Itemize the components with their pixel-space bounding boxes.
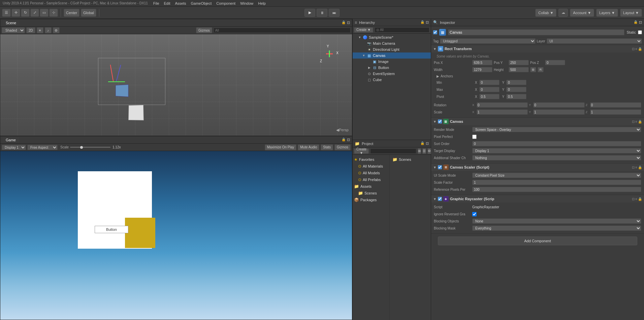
move-tool-button[interactable]: ✛ <box>11 9 20 17</box>
rect-tool-button[interactable]: ▭ <box>40 9 49 17</box>
lighting-toggle[interactable]: ☀ <box>37 27 43 33</box>
collab-dropdown[interactable]: Collab ▼ <box>535 9 556 17</box>
project-all-models[interactable]: ⊙ All Models <box>353 170 389 176</box>
canvas-scaler-lock-icon[interactable]: 🔒 <box>638 166 642 169</box>
hierarchy-create-button[interactable]: Create ▼ <box>354 27 373 33</box>
rect-transform-header[interactable]: ▼ ⊞ Rect Transform ⊡ ≡ 🔒 <box>431 45 644 52</box>
project-filter-btn[interactable]: ⊞ <box>418 148 421 154</box>
hierarchy-item-directional-light[interactable]: ☀ Directional Light <box>353 46 431 52</box>
additional-shader-dropdown[interactable]: Nothing <box>472 155 641 161</box>
project-all-materials[interactable]: ⊙ All Materials <box>353 163 389 170</box>
sort-order-input[interactable] <box>472 141 641 146</box>
rect-transform-overflow-icon[interactable]: ≡ <box>635 47 637 51</box>
blocking-mask-dropdown[interactable]: Everything <box>472 225 641 231</box>
hierarchy-item-main-camera[interactable]: 📷 Main Camera <box>353 40 431 46</box>
project-search-input[interactable] <box>370 148 416 154</box>
hierarchy-scene-root[interactable]: ▼ SampleScene* <box>353 34 431 40</box>
scale-factor-input[interactable] <box>472 180 641 185</box>
graphic-raycaster-checkbox[interactable] <box>438 197 442 201</box>
layout-dropdown[interactable]: Layout ▼ <box>620 9 642 17</box>
hand-tool-button[interactable]: ☰ <box>2 9 11 17</box>
menu-window[interactable]: Window <box>240 1 253 5</box>
height-input[interactable] <box>509 67 529 72</box>
hierarchy-search-input[interactable] <box>375 27 429 33</box>
canvas-scaler-settings-icon[interactable]: ⊡ <box>632 166 635 169</box>
account-dropdown[interactable]: Account ▼ <box>570 9 594 17</box>
canvas-scaler-header[interactable]: ▼ ⊠ Canvas Scaler (Script) ⊡ ≡ 🔒 <box>431 164 644 171</box>
inspector-lock-icon[interactable]: 🔒 <box>634 20 638 25</box>
canvas-component-header[interactable]: ▼ ▦ Canvas ⊡ ≡ 🔒 <box>431 118 644 125</box>
width-input[interactable] <box>472 67 492 72</box>
add-component-button[interactable]: Add Component <box>438 237 637 245</box>
canvas-scaler-checkbox[interactable] <box>438 165 442 169</box>
scene-tab[interactable]: Scene <box>2 20 20 26</box>
mute-audio-btn[interactable]: Mute Audio <box>298 144 319 150</box>
project-maximize-icon[interactable]: ⊡ <box>426 141 429 146</box>
pos-x-input[interactable] <box>472 60 492 65</box>
audio-toggle[interactable]: ♪ <box>45 27 52 33</box>
canvas-comp-lock-icon[interactable]: 🔒 <box>638 120 642 123</box>
hierarchy-lock-icon[interactable]: 🔒 <box>420 20 424 25</box>
pixel-perfect-checkbox[interactable] <box>472 135 477 139</box>
pivot-y-input[interactable] <box>506 94 526 99</box>
project-scenes-folder[interactable]: 📁 Scenes <box>353 190 389 197</box>
canvas-comp-settings-icon[interactable]: ⊡ <box>632 120 635 123</box>
canvas-comp-checkbox[interactable] <box>438 119 442 123</box>
hierarchy-item-button[interactable]: ▶ ⊟ Button <box>353 65 431 71</box>
hierarchy-item-canvas[interactable]: ▼ ▦ Canvas <box>353 52 431 59</box>
shading-mode-dropdown[interactable]: Shaded <box>2 27 25 33</box>
pivot-global-button[interactable]: Global <box>81 9 96 17</box>
scale-slider-track[interactable] <box>70 147 110 148</box>
aspect-dropdown[interactable]: Free Aspect <box>27 145 58 150</box>
reset-rect-btn[interactable]: R <box>538 67 544 72</box>
blocking-objects-dropdown[interactable]: None <box>472 218 641 224</box>
project-favorites-section[interactable]: ★ Favorites <box>353 156 389 163</box>
pivot-center-button[interactable]: Center <box>64 9 79 17</box>
rotation-y-input[interactable] <box>533 102 584 108</box>
ignore-reversed-checkbox[interactable] <box>472 212 477 216</box>
pos-z-input[interactable] <box>545 60 565 65</box>
anchor-max-y-input[interactable] <box>506 87 526 92</box>
rotation-x-input[interactable] <box>477 102 528 108</box>
project-assets-section[interactable]: 📁 Assets <box>353 183 389 190</box>
reference-pixels-input[interactable] <box>472 187 641 192</box>
transform-tool-button[interactable]: ⊹ <box>49 9 58 17</box>
maximize-on-play-btn[interactable]: Maximize On Play <box>265 144 297 150</box>
scale-z-input[interactable] <box>590 109 641 115</box>
game-lock-icon[interactable]: 🔒 <box>342 138 346 142</box>
rotate-tool-button[interactable]: ↻ <box>21 9 30 17</box>
menu-edit[interactable]: Edit <box>164 1 170 5</box>
game-button-element[interactable]: Button <box>95 226 128 233</box>
scale-tool-button[interactable]: ⤢ <box>30 9 39 17</box>
scene-maximize-icon[interactable]: ⊡ <box>347 21 350 25</box>
fx-toggle[interactable]: ⚙ <box>53 27 60 33</box>
static-checkbox[interactable] <box>638 30 642 34</box>
anchor-min-x-input[interactable] <box>479 80 500 85</box>
scene-search-input[interactable] <box>214 28 351 33</box>
project-create-button[interactable]: Create ▼ <box>354 148 369 154</box>
target-display-dropdown[interactable]: Display 1 <box>472 148 641 153</box>
project-packages-folder[interactable]: 📦 Packages <box>353 197 389 203</box>
game-view[interactable]: Button <box>0 151 352 320</box>
object-active-checkbox[interactable] <box>433 30 437 34</box>
stats-btn[interactable]: Stats <box>321 144 333 150</box>
anchor-min-y-input[interactable] <box>506 80 526 85</box>
project-settings-btn[interactable]: ⚙ <box>427 148 431 154</box>
hierarchy-maximize-icon[interactable]: ⊡ <box>426 20 429 25</box>
hierarchy-item-cube[interactable]: ◻ Cube <box>353 77 431 83</box>
display-dropdown[interactable]: Display 1 <box>2 145 26 150</box>
tag-dropdown[interactable]: Untagged <box>440 38 535 44</box>
scale-x-input[interactable] <box>477 109 528 115</box>
canvas-scaler-overflow-icon[interactable]: ≡ <box>635 166 637 169</box>
graphic-raycaster-settings-icon[interactable]: ⊡ <box>632 197 635 201</box>
object-name-input[interactable] <box>448 29 624 35</box>
scene-view[interactable]: X Y Z ◀Persp <box>0 34 352 136</box>
2d-toggle[interactable]: 2D <box>26 27 35 33</box>
gizmos-button[interactable]: Gizmos <box>196 27 212 33</box>
rect-transform-lock-icon[interactable]: 🔒 <box>638 47 642 51</box>
graphic-raycaster-overflow-icon[interactable]: ≡ <box>635 197 637 201</box>
graphic-raycaster-header[interactable]: ▼ ◈ Graphic Raycaster (Scrip ⊡ ≡ 🔒 <box>431 195 644 203</box>
hierarchy-item-image[interactable]: ▣ Image <box>353 59 431 65</box>
inspector-maximize-icon[interactable]: ⊡ <box>639 20 642 25</box>
menu-gameobject[interactable]: GameObject <box>191 1 212 5</box>
